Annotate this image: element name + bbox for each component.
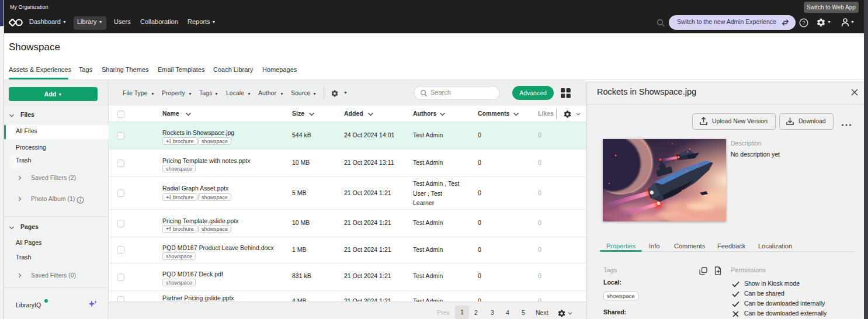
svg-text:?: ? xyxy=(802,19,805,26)
